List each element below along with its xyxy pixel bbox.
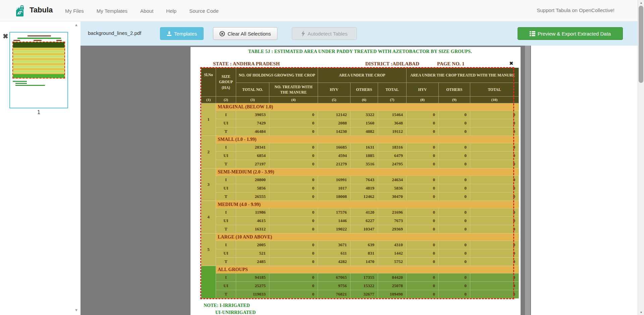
thumb-table-header — [13, 42, 64, 48]
table-list-icon — [530, 31, 535, 36]
sidebar-scroll-down-icon[interactable]: ▼ — [74, 308, 78, 312]
window-scrollbar[interactable]: ▲ ▼ — [638, 0, 644, 315]
save-icon — [167, 31, 172, 36]
toolbar: background_lines_2.pdf Templates Clear A… — [80, 21, 644, 46]
thumb-subtitle-line — [17, 38, 61, 39]
thumb-note-line — [15, 83, 27, 84]
templates-button[interactable]: Templates — [160, 27, 204, 40]
top-nav: Tabula My FilesMy TemplatesAboutHelpSour… — [0, 0, 644, 21]
page-thumbnail[interactable] — [9, 32, 68, 108]
scrollbar-up-icon[interactable]: ▲ — [638, 0, 644, 5]
pdf-state-label: STATE : ANDHRA PRADESH — [213, 61, 280, 67]
sidebar-scroll-up-icon[interactable]: ▲ — [74, 23, 78, 27]
nav-item-my-templates[interactable]: My Templates — [97, 8, 127, 14]
clear-button-label: Clear All Selections — [227, 31, 271, 37]
pdf-note-line-2: UI-UNIRRIGATED — [215, 310, 256, 315]
circle-x-icon — [219, 31, 225, 37]
thumbnail-page-number: 1 — [9, 109, 68, 115]
pdf-area-scrollbar[interactable] — [525, 46, 530, 315]
open-file-name: background_lines_2.pdf — [88, 30, 141, 36]
pdf-viewer-area: TABLE 5J : ESTIMATED AREA UNDER PADDY TR… — [80, 46, 531, 315]
pdf-district-label: DISTRICT :ADILABAD — [365, 61, 419, 67]
templates-button-label: Templates — [174, 31, 197, 37]
thumb-table-footer — [13, 74, 64, 78]
thumb-table-rows — [13, 48, 64, 75]
nav-item-help[interactable]: Help — [166, 8, 176, 14]
preview-export-button[interactable]: Preview & Export Extracted Data — [518, 27, 623, 40]
nav-item-about[interactable]: About — [140, 8, 153, 14]
nav-item-source-code[interactable]: Source Code — [189, 8, 219, 14]
brand-title[interactable]: Tabula — [30, 6, 53, 14]
sidebar: ▲ ✖ 1 ▼ — [0, 21, 80, 315]
nav-item-my-files[interactable]: My Files — [65, 8, 84, 14]
pdf-note-line-1: NOTE: I-IRRIGATED — [204, 303, 250, 308]
support-link[interactable]: Support Tabula on OpenCollective! — [537, 7, 614, 13]
thumb-title-line — [28, 35, 51, 37]
export-button-label: Preview & Export Extracted Data — [538, 31, 611, 37]
autodetect-button-label: Autodetect Tables — [308, 31, 347, 37]
thumb-meta-line — [13, 40, 20, 41]
scrollbar-down-icon[interactable]: ▼ — [638, 310, 644, 315]
remove-file-icon[interactable]: ✖ — [3, 32, 8, 40]
pdf-page-number-label: PAGE NO. 1 — [437, 61, 465, 67]
thumb-note-line — [13, 81, 27, 82]
scrollbar-thumb[interactable] — [639, 6, 643, 83]
tabula-logo-icon[interactable] — [15, 4, 26, 17]
thumbnail-table-selection — [12, 42, 65, 78]
table-selection-box[interactable] — [200, 67, 514, 299]
lightning-bolt-icon — [301, 31, 305, 37]
thumb-meta-line — [34, 40, 42, 41]
autodetect-tables-button[interactable]: Autodetect Tables — [292, 27, 357, 40]
selection-close-icon[interactable]: ✖ — [509, 60, 514, 66]
thumb-note-line — [15, 85, 45, 86]
clear-all-selections-button[interactable]: Clear All Selections — [213, 27, 277, 40]
thumb-meta-line — [56, 40, 62, 41]
pdf-page[interactable]: TABLE 5J : ESTIMATED AREA UNDER PADDY TR… — [191, 47, 521, 315]
nav-items: My FilesMy TemplatesAboutHelpSource Code — [65, 0, 219, 21]
pdf-table-title: TABLE 5J : ESTIMATED AREA UNDER PADDY TR… — [201, 49, 519, 54]
